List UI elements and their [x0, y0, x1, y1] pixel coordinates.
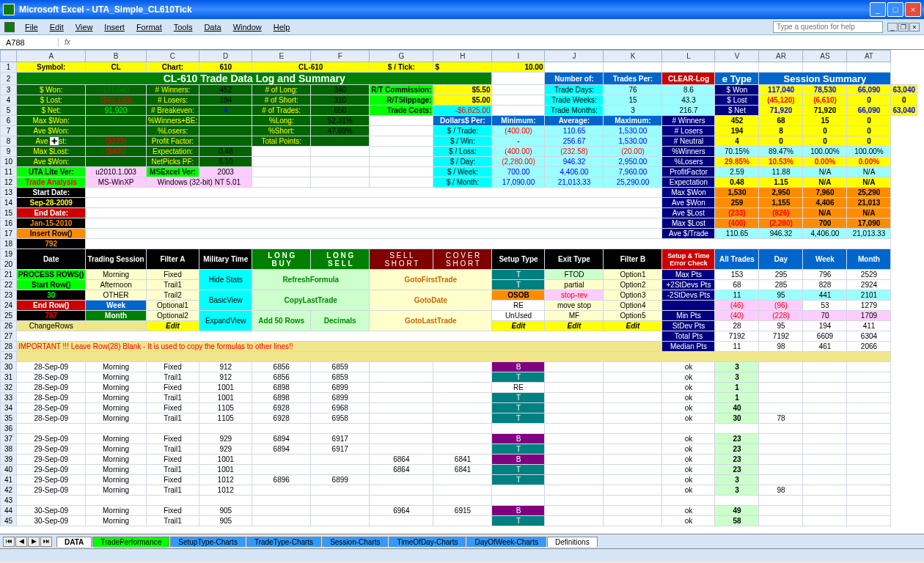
cell[interactable] — [759, 496, 803, 506]
help-search-input[interactable] — [773, 21, 883, 33]
cell[interactable]: T — [492, 280, 545, 290]
cell[interactable]: $ / Tick: — [370, 62, 433, 73]
cell[interactable] — [803, 413, 847, 424]
cell[interactable] — [847, 403, 891, 413]
cell[interactable]: 1001 — [199, 383, 252, 393]
cell[interactable]: 6899 — [311, 475, 370, 485]
cell[interactable]: Session Summary — [759, 73, 891, 85]
col-errcheck[interactable]: Setup & Time Error Check — [662, 249, 715, 270]
cell[interactable]: 340 — [311, 85, 370, 95]
cell[interactable] — [86, 496, 146, 506]
col-header[interactable]: F — [311, 51, 370, 62]
cell[interactable]: 1709 — [847, 311, 891, 321]
cell[interactable] — [545, 403, 604, 413]
cell[interactable]: -2StDevs Pts — [662, 290, 715, 301]
cell[interactable]: N/A — [847, 167, 891, 177]
cell[interactable]: 411 — [847, 321, 891, 331]
cell[interactable]: Option4 — [604, 301, 662, 311]
goto-date-button[interactable]: GotoDate — [370, 290, 492, 311]
cell[interactable]: # of Short: — [252, 95, 311, 106]
hide-stats-button[interactable]: Hide Stats — [199, 270, 252, 290]
cell[interactable] — [545, 434, 604, 444]
cell[interactable]: Start Date: — [17, 188, 86, 198]
cell[interactable]: R/TSlippage: — [370, 95, 433, 106]
cell[interactable] — [847, 434, 891, 444]
expand-view-button[interactable]: ExpandView — [199, 311, 252, 331]
cell[interactable]: B — [492, 455, 545, 465]
cell[interactable]: Total Points: — [252, 136, 311, 147]
cell[interactable] — [370, 362, 433, 372]
cell[interactable]: N/A — [847, 177, 891, 188]
worksheet[interactable]: ABCDEFGHIJKLVARASAT 1 Symbol: CL Chart: … — [0, 50, 924, 534]
change-rows-button[interactable]: ChangeRows — [17, 321, 86, 331]
cell[interactable]: Morning — [86, 372, 146, 383]
cell[interactable] — [803, 506, 847, 516]
cell[interactable]: 1012 — [199, 485, 252, 496]
cell[interactable] — [604, 506, 662, 516]
cell[interactable]: T — [492, 444, 545, 455]
col-header[interactable]: B — [86, 51, 146, 62]
cell[interactable]: 4,406.00 — [803, 229, 847, 239]
cell[interactable]: NetPicks PF: — [146, 157, 199, 167]
cell[interactable]: (2,280) — [759, 218, 803, 229]
cell[interactable]: 0 — [847, 136, 891, 147]
col-month[interactable]: Month — [847, 249, 891, 270]
cell[interactable]: 100.00% — [803, 147, 847, 157]
cell[interactable]: 7192 — [715, 331, 759, 342]
cell[interactable]: Morning — [86, 270, 146, 280]
doc-close[interactable]: × — [909, 23, 920, 32]
decimals-button[interactable]: Decimals — [311, 311, 370, 331]
cell[interactable]: 452 — [715, 116, 759, 126]
cell[interactable]: Max $Won: — [17, 116, 86, 126]
cell[interactable] — [252, 455, 311, 465]
cell[interactable] — [759, 444, 803, 455]
cell[interactable]: 25,290.00 — [604, 177, 662, 188]
cell[interactable]: N/A — [803, 177, 847, 188]
cell[interactable]: 259 — [715, 198, 759, 208]
col-longbuy[interactable]: L O N G B U Y — [252, 249, 311, 270]
cell[interactable]: T — [492, 372, 545, 383]
cell[interactable]: 610 — [199, 62, 252, 73]
cell[interactable]: 11.88 — [759, 167, 803, 177]
cell[interactable]: Morning — [86, 434, 146, 444]
cell[interactable]: 0.48 — [199, 147, 252, 157]
cell[interactable]: $ Won: — [17, 85, 86, 95]
cell[interactable]: 28-Sep-09 — [17, 362, 86, 372]
cell[interactable] — [545, 496, 604, 506]
col-week[interactable]: Week — [803, 249, 847, 270]
cell[interactable]: Max $Lost: — [17, 147, 86, 157]
col-date[interactable]: Date — [17, 249, 86, 270]
cell[interactable]: 2529 — [847, 270, 891, 280]
sheet-tab[interactable]: DayOfWeek-Charts — [466, 537, 546, 547]
cell[interactable]: 0 — [803, 126, 847, 136]
cell[interactable] — [545, 485, 604, 496]
col-alltrades[interactable]: All Trades — [715, 249, 759, 270]
cell[interactable] — [847, 362, 891, 372]
cell[interactable]: 6898 — [252, 393, 311, 403]
cell[interactable]: 6899 — [311, 393, 370, 403]
cell[interactable]: 2066 — [847, 342, 891, 352]
cell[interactable]: 63,040 — [891, 106, 917, 116]
cell[interactable]: 43.3 — [662, 95, 715, 106]
cell[interactable]: 792 — [17, 239, 86, 249]
cell[interactable]: (96) — [759, 301, 803, 311]
cell[interactable] — [759, 516, 803, 526]
cell[interactable]: ($400) — [86, 147, 146, 157]
cell[interactable]: ok — [662, 455, 715, 465]
cell[interactable]: ok — [662, 475, 715, 485]
cell[interactable]: Morning — [86, 444, 146, 455]
cell[interactable]: 1012 — [199, 475, 252, 485]
cell[interactable]: 6856 — [252, 362, 311, 372]
cell[interactable] — [252, 424, 311, 434]
cell[interactable]: 21,013 — [847, 198, 891, 208]
cell[interactable]: # Winners — [662, 116, 715, 126]
cell[interactable]: 30-Sep-09 — [17, 516, 86, 526]
cell[interactable]: ok — [662, 516, 715, 526]
cell[interactable] — [662, 301, 715, 311]
cell[interactable]: 6896 — [252, 475, 311, 485]
col-setuptype[interactable]: Setup Type — [492, 249, 545, 270]
col-header[interactable]: H — [433, 51, 492, 62]
cell[interactable]: 0 — [847, 116, 891, 126]
cell[interactable]: $5.00 — [433, 95, 492, 106]
cell[interactable]: Morning — [86, 403, 146, 413]
